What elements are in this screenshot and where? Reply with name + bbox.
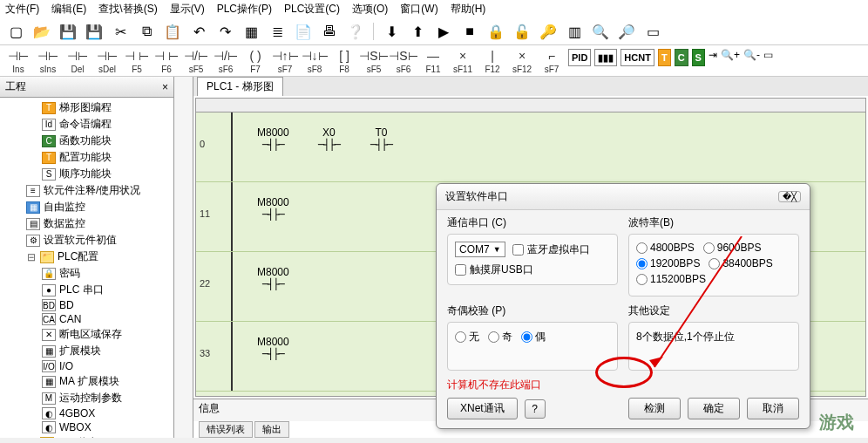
lock-open-icon[interactable]: 🔓 xyxy=(512,21,532,42)
tree-item[interactable]: ▦MA 扩展模块 xyxy=(0,373,173,390)
ladder-block-PID[interactable]: PID xyxy=(568,49,591,66)
tree-item[interactable]: ✕断电区域保存 xyxy=(0,326,173,343)
zoom-tool-0[interactable]: ⇥ xyxy=(709,49,717,61)
ok-button[interactable]: 确定 xyxy=(688,398,740,419)
ladder-tool-F5[interactable]: ⊣ ⊢F5 xyxy=(124,47,150,74)
tree-item[interactable]: ⚙设置软元件初值 xyxy=(0,232,173,249)
ladder-contact[interactable]: M8000─┤├─ xyxy=(257,196,289,221)
project-tree[interactable]: T梯形图编程Id命令语编程C函数功能块T配置功能块S顺序功能块≡软元件注释/使用… xyxy=(0,98,173,438)
ladder-tool-F12[interactable]: |F12 xyxy=(479,47,505,74)
ladder-block-▮▮▮[interactable]: ▮▮▮ xyxy=(594,49,617,66)
cut-icon[interactable]: ✂ xyxy=(110,21,131,42)
tree-item[interactable]: ◐WBOX xyxy=(0,420,173,434)
ladder-tool-sIns[interactable]: ⊣⊢sIns xyxy=(35,47,61,74)
tree-item[interactable]: I/OI/O xyxy=(0,359,173,373)
zoom-out-icon[interactable]: 🔎 xyxy=(616,21,637,42)
menu-item[interactable]: PLC操作(P) xyxy=(217,2,272,17)
xnet-comm-button[interactable]: XNet通讯 xyxy=(447,398,518,419)
doc-icon[interactable]: 📄 xyxy=(293,21,314,42)
redo-icon[interactable]: ↷ xyxy=(214,21,235,42)
baud-radio-38400BPS[interactable]: 38400BPS xyxy=(709,257,772,269)
com-port-combo[interactable]: COM7 ▼ xyxy=(455,242,505,257)
touch-usb-checkbox[interactable]: 触摸屏USB口 xyxy=(455,262,610,277)
tree-item[interactable]: BDBD xyxy=(0,298,173,312)
menu-item[interactable]: 窗口(W) xyxy=(400,2,437,17)
tree-item[interactable]: T配置功能块 xyxy=(0,149,173,166)
tree-item[interactable]: ≡软元件注释/使用状况 xyxy=(0,182,173,199)
ladder-contact[interactable]: T0─┤├─ xyxy=(370,126,392,151)
new-file-icon[interactable]: ▢ xyxy=(5,21,26,42)
ladder-block-C[interactable]: C xyxy=(675,49,688,66)
help-icon[interactable]: ❔ xyxy=(345,21,366,42)
zoom-in-icon[interactable]: 🔍 xyxy=(590,21,611,42)
grid-icon[interactable]: ▦ xyxy=(241,21,261,42)
menu-item[interactable]: 显示(V) xyxy=(170,2,205,17)
menu-item[interactable]: 选项(O) xyxy=(352,2,388,17)
ladder-tool-F7[interactable]: ( )F7 xyxy=(242,47,268,74)
menu-item[interactable]: 编辑(E) xyxy=(51,2,86,17)
tree-item[interactable]: ⊟📁PLC配置 xyxy=(0,249,173,265)
tree-item[interactable]: 🔒密码 xyxy=(0,265,173,282)
tree-item[interactable]: CACAN xyxy=(0,312,173,326)
print-icon[interactable]: 🖶 xyxy=(319,21,340,42)
open-icon[interactable]: 📂 xyxy=(31,21,52,42)
help-button[interactable]: ? xyxy=(525,399,546,419)
ladder-tool-sF8[interactable]: ⊣↓⊢sF8 xyxy=(302,47,328,74)
tree-item[interactable]: ▤数据监控 xyxy=(0,215,173,232)
parity-radio-奇[interactable]: 奇 xyxy=(488,330,512,344)
baud-radio-115200BPS[interactable]: 115200BPS xyxy=(636,273,706,285)
save-icon[interactable]: 💾 xyxy=(58,21,78,42)
info-tab[interactable]: 错误列表 xyxy=(199,421,253,438)
zoom-tool-2[interactable]: 🔍- xyxy=(743,49,760,61)
tree-item[interactable]: ●PLC 串口 xyxy=(0,282,173,298)
tree-expand-icon[interactable]: ⊟ xyxy=(26,437,37,439)
ladder-contact[interactable]: M8000─┤├─ xyxy=(257,336,289,360)
tree-item[interactable]: T梯形图编程 xyxy=(0,99,173,116)
ladder-tool-sF6[interactable]: ⊣/⊢sF6 xyxy=(213,47,239,74)
ladder-tool-Ins[interactable]: ⊣⊢Ins xyxy=(5,47,31,74)
ladder-block-T[interactable]: T xyxy=(658,49,671,66)
parity-radio-无[interactable]: 无 xyxy=(455,330,479,344)
list-icon[interactable]: ≣ xyxy=(267,21,288,42)
ladder-tool-sF12[interactable]: ×sF12 xyxy=(509,47,535,74)
baud-radio-19200BPS[interactable]: 19200BPS xyxy=(636,257,700,269)
ladder-tool-sDel[interactable]: ⊣⊢sDel xyxy=(94,47,120,74)
tab-plc1-ladder[interactable]: PLC1 - 梯形图 xyxy=(197,77,283,96)
tree-item[interactable]: S顺序功能块 xyxy=(0,166,173,182)
ladder-tool-F6[interactable]: ⊣ ⊢F6 xyxy=(153,47,180,74)
ladder-tool-sF7[interactable]: ⌐sF7 xyxy=(539,47,565,74)
tree-item[interactable]: M运动控制参数 xyxy=(0,390,173,406)
zoom-tool-1[interactable]: 🔍+ xyxy=(721,49,740,61)
ladder-contact[interactable]: M8000─┤├─ xyxy=(257,126,289,151)
ladder-block-S[interactable]: S xyxy=(692,49,705,66)
close-icon[interactable]: × xyxy=(162,81,168,93)
ladder-tool-sF11[interactable]: ×sF11 xyxy=(450,47,476,74)
lock-icon[interactable]: 🔒 xyxy=(485,21,506,42)
ladder-tool-F11[interactable]: —F11 xyxy=(420,47,446,74)
tree-item[interactable]: ▦自由监控 xyxy=(0,199,173,215)
zoom-tool-3[interactable]: ▭ xyxy=(763,49,773,61)
ladder-view-icon[interactable]: ▥ xyxy=(564,21,585,42)
lock-key-icon[interactable]: 🔑 xyxy=(538,21,559,42)
bluetooth-virtual-checkbox[interactable]: 蓝牙虚拟串口 xyxy=(512,242,590,257)
cancel-button[interactable]: 取消 xyxy=(747,398,799,419)
ladder-tool-sF5[interactable]: ⊣S⊢sF5 xyxy=(361,47,387,74)
baud-radio-4800BPS[interactable]: 4800BPS xyxy=(636,242,695,254)
menu-item[interactable]: 查找\替换(S) xyxy=(98,2,157,17)
paste-icon[interactable]: 📋 xyxy=(162,21,183,42)
ladder-tool-F8[interactable]: [ ]F8 xyxy=(331,47,357,74)
tree-expand-icon[interactable]: ⊟ xyxy=(26,251,37,263)
ladder-rung[interactable]: 0M8000─┤├─X0─┤├─T0─┤├─ xyxy=(196,112,865,182)
tree-item[interactable]: ⊟📁PLC信息 xyxy=(0,434,173,438)
download-green-icon[interactable]: ⬇ xyxy=(381,21,402,42)
info-tab[interactable]: 输出 xyxy=(254,421,289,438)
ladder-tool-sF6[interactable]: ⊣S⊢sF6 xyxy=(390,47,417,74)
parity-radio-偶[interactable]: 偶 xyxy=(521,330,546,344)
ladder-block-HCNT[interactable]: HCNT xyxy=(620,49,654,66)
stop-icon[interactable]: ■ xyxy=(459,21,480,42)
menu-item[interactable]: 帮助(H) xyxy=(451,2,486,17)
dialog-close-icon[interactable]: �╳ xyxy=(778,191,801,202)
run-icon[interactable]: ▶ xyxy=(433,21,454,42)
copy-icon[interactable]: ⧉ xyxy=(136,21,157,42)
ladder-contact[interactable]: M8000─┤├─ xyxy=(257,266,289,290)
